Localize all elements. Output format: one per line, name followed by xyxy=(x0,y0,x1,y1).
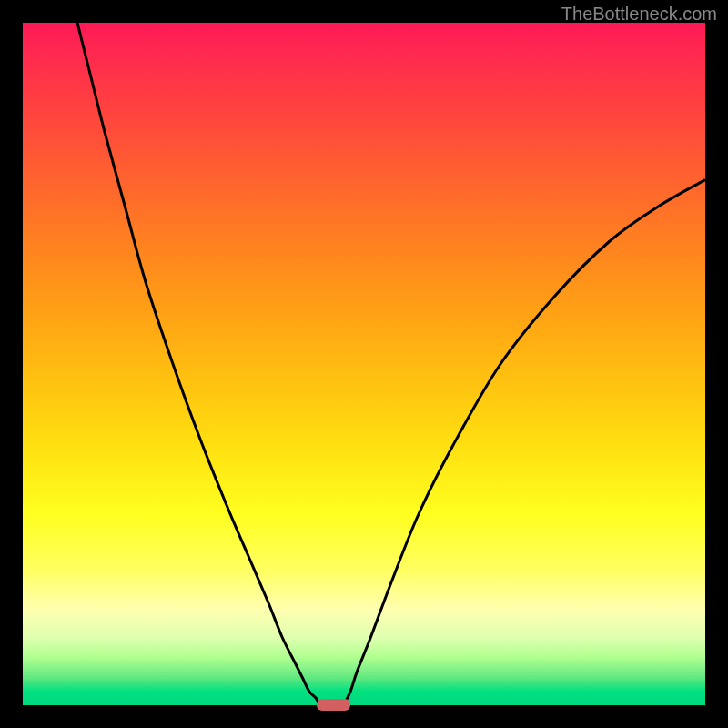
chart-curves-svg xyxy=(23,23,705,705)
left-curve-path xyxy=(77,23,319,705)
optimal-marker xyxy=(317,699,351,711)
watermark-text: TheBottleneck.com xyxy=(561,4,717,25)
right-curve-path xyxy=(344,180,706,706)
